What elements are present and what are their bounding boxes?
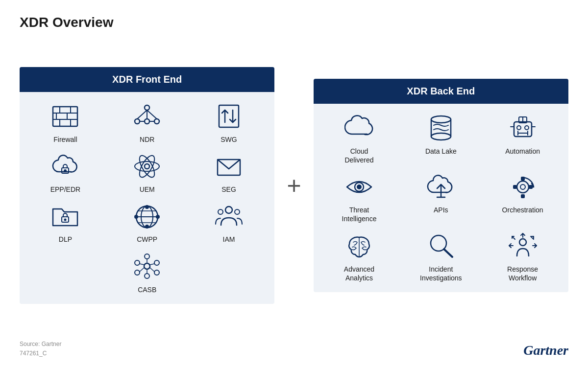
item-casb: CASB: [106, 252, 188, 294]
item-analytics: AdvancedAnalytics: [318, 231, 400, 282]
svg-point-44: [154, 260, 159, 265]
dlp-label: DLP: [59, 235, 72, 244]
svg-point-41: [235, 209, 240, 214]
svg-point-23: [145, 164, 149, 169]
item-response: ResponseWorkflow: [482, 231, 564, 282]
svg-point-10: [135, 119, 140, 124]
casb-icon: [130, 252, 164, 281]
plus-connector: +: [284, 171, 303, 200]
svg-point-24: [135, 161, 159, 171]
svg-point-48: [135, 260, 140, 265]
dlp-icon: [48, 202, 82, 231]
analytics-icon: [342, 231, 376, 261]
svg-line-51: [150, 268, 154, 272]
svg-point-9: [145, 105, 149, 110]
seg-label: SEG: [221, 185, 236, 194]
cloud-label: CloudDelivered: [344, 147, 373, 164]
page-title: XDR Overview: [20, 15, 568, 30]
apis-icon: [424, 172, 458, 202]
svg-point-12: [145, 119, 149, 124]
firewall-icon: [48, 102, 82, 131]
svg-rect-18: [219, 105, 239, 127]
svg-point-37: [156, 215, 159, 218]
ndr-icon: [130, 102, 164, 131]
svg-point-43: [145, 254, 149, 259]
response-icon: [506, 231, 540, 261]
svg-point-36: [135, 215, 138, 218]
swg-icon: [212, 102, 246, 131]
svg-point-73: [517, 181, 529, 193]
svg-point-47: [135, 270, 140, 275]
svg-line-13: [137, 110, 147, 119]
incident-label: IncidentInvestigations: [420, 265, 462, 282]
ndr-label: NDR: [140, 135, 154, 144]
backend-body: CloudDelivered: [314, 104, 568, 292]
source-line: Source: Gartner: [20, 340, 61, 349]
svg-point-82: [519, 239, 526, 246]
svg-point-40: [218, 209, 223, 214]
analytics-label: AdvancedAnalytics: [344, 265, 374, 282]
frontend-panel: XDR Front End: [20, 67, 274, 304]
seg-icon: [212, 152, 246, 181]
item-cloud: CloudDelivered: [318, 114, 400, 164]
threat-label: ThreatIntelligence: [342, 206, 377, 223]
svg-point-70: [357, 185, 361, 189]
svg-rect-59: [514, 122, 532, 137]
svg-point-62: [517, 126, 521, 130]
item-swg: SWG: [188, 102, 270, 144]
svg-line-50: [150, 264, 154, 265]
automation-icon: [506, 114, 540, 143]
swg-label: SWG: [220, 135, 237, 144]
iam-icon: [212, 202, 246, 231]
diagrams-row: XDR Front End: [20, 39, 568, 332]
datalake-icon: [424, 114, 458, 143]
item-seg: SEG: [188, 152, 270, 194]
svg-point-58: [431, 133, 451, 140]
source-id: 747261_C: [20, 349, 61, 358]
svg-point-45: [154, 270, 159, 275]
svg-point-42: [144, 263, 150, 269]
source-info: Source: Gartner 747261_C: [20, 340, 61, 358]
item-apis: APIs: [400, 172, 482, 223]
item-cwpp: CWPP: [106, 202, 188, 244]
response-label: ResponseWorkflow: [507, 265, 538, 282]
item-threat: ThreatIntelligence: [318, 172, 400, 223]
frontend-body: Firewall: [20, 92, 274, 304]
frontend-header: XDR Front End: [20, 67, 274, 92]
uem-label: UEM: [140, 185, 155, 194]
eppedr-label: EPP/EDR: [50, 185, 80, 194]
item-empty2: [188, 252, 270, 294]
datalake-label: Data Lake: [425, 147, 457, 156]
item-firewall: Firewall: [24, 102, 106, 144]
cwpp-label: CWPP: [137, 235, 157, 244]
iam-label: IAM: [223, 235, 235, 244]
item-automation: Automation: [482, 114, 564, 164]
automation-label: Automation: [505, 147, 540, 156]
svg-point-39: [225, 207, 232, 213]
uem-icon: [130, 152, 164, 181]
firewall-label: Firewall: [53, 135, 77, 144]
svg-point-74: [520, 184, 525, 189]
item-ndr: NDR: [106, 102, 188, 144]
svg-line-14: [147, 110, 157, 119]
casb-label: CASB: [138, 285, 156, 294]
backend-panel: XDR Back End CloudDelivered: [314, 79, 568, 292]
item-iam: IAM: [188, 202, 270, 244]
svg-rect-76: [521, 195, 524, 198]
cwpp-icon: [130, 202, 164, 231]
item-eppedr: EPP/EDR: [24, 152, 106, 194]
svg-rect-77: [514, 185, 516, 188]
item-incident: IncidentInvestigations: [400, 231, 482, 282]
svg-line-81: [444, 249, 452, 257]
svg-point-11: [154, 119, 159, 124]
item-orchestration: Orchestration: [482, 172, 564, 223]
apis-label: APIs: [434, 206, 448, 214]
backend-header: XDR Back End: [314, 79, 568, 104]
gartner-logo: Gartner: [523, 343, 568, 358]
svg-line-53: [140, 268, 144, 272]
svg-point-38: [146, 225, 148, 228]
page-wrapper: XDR Overview XDR Front End: [0, 0, 588, 368]
svg-line-54: [140, 264, 144, 265]
item-dlp: DLP: [24, 202, 106, 244]
svg-point-46: [145, 274, 149, 278]
